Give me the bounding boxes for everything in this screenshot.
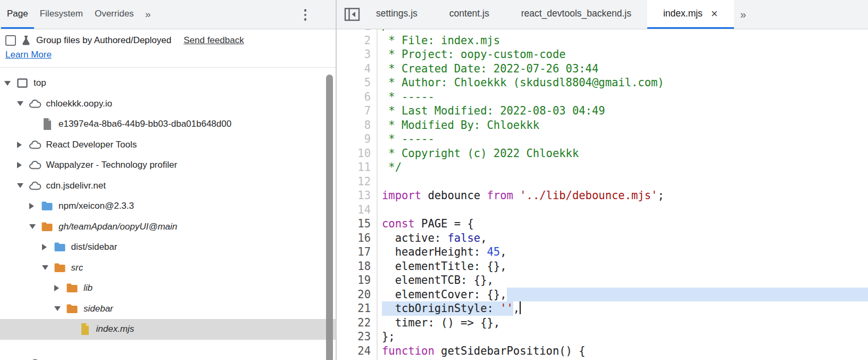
tree-item-dist-sidebar[interactable]: dist/sidebar bbox=[0, 237, 336, 258]
expander-open-icon[interactable] bbox=[17, 101, 29, 106]
line-number[interactable]: 17 bbox=[337, 245, 378, 259]
code-line-16: 16 active: false, bbox=[337, 231, 868, 246]
tree-item-label: src bbox=[71, 263, 84, 273]
cloud-icon bbox=[29, 179, 41, 192]
line-number[interactable]: 2 bbox=[337, 34, 378, 48]
line-number[interactable]: 1 bbox=[337, 29, 378, 34]
tree-item-partial[interactable] bbox=[0, 354, 336, 360]
line-content: */ bbox=[378, 160, 868, 175]
tree-item-label: dist/sidebar bbox=[71, 242, 118, 252]
tree-item-chloekkk.oopy.io[interactable]: chloekkk.oopy.io bbox=[0, 94, 336, 114]
tree-item-wappalyzer---technology-profiler[interactable]: Wappalyzer - Technology profiler bbox=[0, 155, 336, 176]
line-number[interactable]: 9 bbox=[337, 132, 378, 146]
token-keyword: const bbox=[382, 217, 415, 231]
tree-item-index.mjs[interactable]: index.mjs bbox=[0, 319, 336, 340]
tree-item-gh-teamapdan-oopyui@main[interactable]: gh/teamApdan/oopyUI@main bbox=[0, 217, 336, 238]
folder-blue-icon bbox=[41, 200, 54, 212]
line-number[interactable]: 8 bbox=[337, 118, 378, 133]
line-number[interactable]: 23 bbox=[337, 330, 378, 344]
code-line-20: 20 elementCover: {}, bbox=[337, 288, 868, 302]
line-number[interactable]: 24 bbox=[337, 344, 378, 358]
navigator-tab-page[interactable]: Page bbox=[1, 0, 34, 29]
tree-item-src[interactable]: src bbox=[0, 258, 336, 279]
token-string: '../lib/debounce.mjs' bbox=[520, 189, 657, 203]
expander-closed-icon[interactable] bbox=[42, 244, 54, 250]
token-plain: , bbox=[513, 301, 520, 316]
expander-closed-icon[interactable] bbox=[17, 162, 29, 168]
line-number[interactable]: 6 bbox=[337, 90, 378, 104]
tree-item-react-developer-tools[interactable]: React Developer Tools bbox=[0, 135, 336, 156]
line-number[interactable]: 20 bbox=[337, 288, 378, 302]
navigator-more-options-icon[interactable] bbox=[298, 7, 312, 22]
token-plain: elementTCB: {}, bbox=[382, 273, 494, 288]
tree-item-cdn.jsdelivr.net[interactable]: cdn.jsdelivr.net bbox=[0, 176, 336, 197]
cloud-icon bbox=[29, 138, 41, 151]
line-number[interactable]: 22 bbox=[337, 316, 378, 330]
expander-open-icon[interactable] bbox=[54, 306, 66, 311]
line-number[interactable]: 15 bbox=[337, 217, 378, 231]
tree-item-e1397e4a-8ba6-44b9-bb03-dba01b648d00[interactable]: e1397e4a-8ba6-44b9-bb03-dba01b648d00 bbox=[0, 114, 336, 135]
token-plain: PAGE = { bbox=[415, 217, 474, 231]
line-content: active: false, bbox=[378, 231, 868, 246]
editor-tabs-overflow-icon[interactable]: » bbox=[734, 0, 753, 29]
code-line-18: 18 elementTitle: {}, bbox=[337, 259, 868, 274]
line-number[interactable]: 14 bbox=[337, 203, 378, 217]
expander-open-icon[interactable] bbox=[4, 81, 16, 86]
line-number[interactable]: 11 bbox=[337, 160, 378, 175]
code-line-3: 3 * Project: oopy-custom-code bbox=[337, 47, 868, 62]
line-content: * Created Date: 2022-07-26 03:44 bbox=[378, 62, 868, 76]
line-content: const offsetH bbox=[378, 358, 868, 360]
group-files-checkbox[interactable] bbox=[5, 35, 16, 46]
code-line-19: 19 elementTCB: {}, bbox=[337, 273, 868, 288]
token-plain: getSidebarPosition() { bbox=[435, 344, 586, 358]
navigator-tab-filesystem[interactable]: Filesystem bbox=[34, 0, 89, 29]
navigator-tabs-overflow-icon[interactable]: » bbox=[140, 0, 156, 29]
line-number[interactable]: 25 bbox=[337, 358, 378, 360]
hide-navigator-icon[interactable] bbox=[344, 0, 360, 29]
line-number[interactable]: 7 bbox=[337, 104, 378, 118]
send-feedback-link[interactable]: Send feedback bbox=[183, 34, 244, 47]
editor-tab-settings.js[interactable]: settings.js bbox=[360, 0, 433, 29]
editor-tab-content.js[interactable]: content.js bbox=[433, 0, 505, 29]
line-number[interactable]: 10 bbox=[337, 146, 378, 161]
navigator-tab-overrides[interactable]: Overrides bbox=[89, 0, 140, 29]
cloud-icon bbox=[29, 159, 41, 171]
token-atom: false bbox=[447, 231, 480, 246]
editor-tab-label: content.js bbox=[449, 8, 489, 19]
expander-closed-icon[interactable] bbox=[17, 142, 29, 148]
navigator-pane: PageFilesystemOverrides» Group files by … bbox=[0, 0, 336, 360]
editor-pane: settings.jscontent.jsreact_devtools_back… bbox=[337, 0, 868, 360]
token-plain: timer: () => {}, bbox=[382, 316, 500, 330]
expander-open-icon[interactable] bbox=[29, 224, 41, 229]
line-number[interactable]: 21 bbox=[337, 301, 378, 316]
expander-open-icon[interactable] bbox=[42, 265, 54, 270]
editor-tab-react_devtools_backend.js[interactable]: react_devtools_backend.js bbox=[505, 0, 647, 29]
expander-closed-icon[interactable] bbox=[54, 285, 66, 291]
line-number[interactable]: 12 bbox=[337, 175, 378, 189]
line-number[interactable]: 5 bbox=[337, 76, 378, 90]
expander-closed-icon[interactable] bbox=[29, 203, 41, 209]
line-content: timer: () => {}, bbox=[378, 316, 868, 330]
tree-item-sidebar[interactable]: sidebar bbox=[0, 299, 336, 320]
tree-item-top[interactable]: top bbox=[0, 73, 336, 94]
expander-open-icon[interactable] bbox=[17, 183, 29, 188]
code-line-17: 17 headerHeight: 45, bbox=[337, 245, 868, 259]
folder-orange-icon bbox=[66, 282, 79, 294]
line-number[interactable]: 18 bbox=[337, 259, 378, 274]
token-plain: elementCover: {}, bbox=[382, 288, 507, 302]
tree-item-label: cdn.jsdelivr.net bbox=[46, 181, 106, 191]
learn-more-link[interactable]: Learn More bbox=[5, 48, 52, 61]
close-tab-icon[interactable]: × bbox=[711, 8, 718, 20]
code-editor[interactable]: 1/*2 * File: index.mjs3 * Project: oopy-… bbox=[337, 29, 868, 360]
line-number[interactable]: 19 bbox=[337, 273, 378, 288]
editor-tab-index.mjs[interactable]: index.mjs× bbox=[647, 0, 734, 29]
tree-item-npm-xeicon@2.3.3[interactable]: npm/xeicon@2.3.3 bbox=[0, 196, 336, 217]
line-number[interactable]: 4 bbox=[337, 62, 378, 76]
token-plain: headerHeight: bbox=[382, 245, 487, 259]
file-yellow-icon bbox=[79, 323, 91, 336]
tree-item-lib[interactable]: lib bbox=[0, 278, 336, 299]
navigator-scrollbar[interactable] bbox=[326, 75, 333, 360]
line-number[interactable]: 3 bbox=[337, 47, 378, 62]
line-number[interactable]: 13 bbox=[337, 189, 378, 203]
line-number[interactable]: 16 bbox=[337, 231, 378, 246]
